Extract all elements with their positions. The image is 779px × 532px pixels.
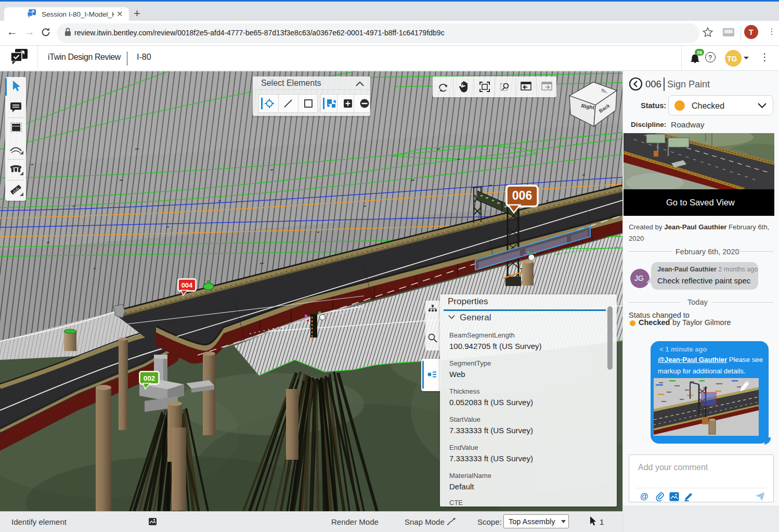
svg-text:002: 002 [144, 374, 155, 382]
svg-text:26: 26 [697, 49, 703, 55]
svg-text:004: 004 [181, 281, 193, 289]
svg-text:006: 006 [512, 189, 532, 202]
